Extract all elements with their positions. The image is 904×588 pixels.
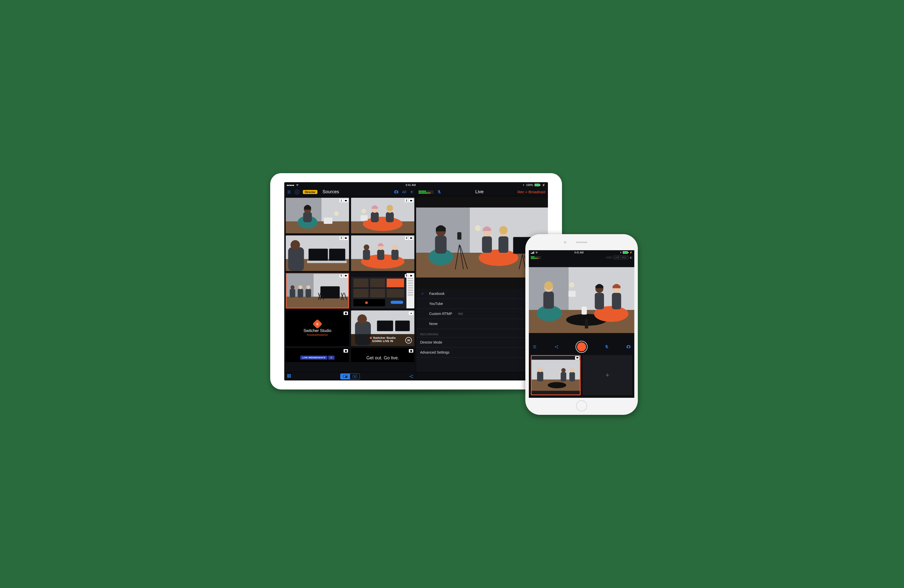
ipad-device-frame: 9:41 AM 100% ⚡ i Director Sources <box>270 173 562 389</box>
audio-meter-icon <box>531 256 541 259</box>
source-tile[interactable]: LIVE WEDNESDAYS ⬢ <box>286 348 349 362</box>
sources-title: Sources <box>322 189 339 194</box>
live-rec-pill: LIVE + REC <box>613 256 628 259</box>
home-button[interactable] <box>576 400 587 411</box>
source-thumbnail <box>351 198 414 233</box>
svg-rect-63 <box>408 294 413 296</box>
play-icon <box>409 311 413 315</box>
share-icon[interactable] <box>409 374 413 379</box>
svg-rect-103 <box>544 292 554 309</box>
sources-bottom-bar <box>284 372 416 380</box>
logo-tag: #madewithswitcher <box>307 334 328 336</box>
grid-view-icon[interactable] <box>287 374 291 379</box>
countdown-brand: Switcher Studio <box>373 336 396 339</box>
mute-icon[interactable] <box>604 345 609 349</box>
svg-rect-60 <box>408 287 413 288</box>
svg-rect-73 <box>289 374 291 376</box>
layout-pip-button[interactable] <box>340 374 350 379</box>
source-tile[interactable]: ⬢ Switcher Studio GOING LIVE IN 30 <box>351 311 414 346</box>
option-label: None <box>429 322 438 326</box>
svg-point-42 <box>307 285 310 289</box>
menu-icon[interactable] <box>287 190 291 194</box>
source-tile[interactable]: 4 <box>351 235 414 271</box>
svg-rect-2 <box>286 222 349 233</box>
iphone-status-bar: 9:41 AM ⚡ <box>529 250 634 255</box>
share-icon[interactable] <box>554 345 559 349</box>
svg-rect-24 <box>307 261 347 263</box>
svg-point-68 <box>357 314 367 324</box>
add-source-button[interactable]: + <box>410 189 413 195</box>
camera-icon <box>343 274 348 277</box>
sources-pane: i Director Sources AF + <box>284 188 416 380</box>
logo-icon: S <box>312 319 322 329</box>
svg-point-98 <box>475 225 481 231</box>
battery-icon <box>623 251 629 254</box>
source-tile[interactable]: 6 <box>351 273 414 309</box>
svg-rect-30 <box>377 249 384 260</box>
row-label: Director Mode <box>420 340 442 344</box>
tray-tile[interactable] <box>531 355 580 395</box>
source-number: 2 <box>405 199 408 202</box>
svg-rect-20 <box>288 247 304 271</box>
svg-rect-75 <box>289 376 291 378</box>
svg-rect-107 <box>585 319 588 328</box>
source-tile[interactable]: 5 <box>286 273 349 309</box>
battery-icon <box>535 184 541 186</box>
flip-camera-icon[interactable] <box>394 190 398 194</box>
mute-icon[interactable] <box>437 190 441 194</box>
svg-rect-61 <box>408 290 413 291</box>
svg-rect-88 <box>435 235 446 254</box>
svg-rect-52 <box>387 289 404 298</box>
add-tray-button[interactable]: + <box>583 355 632 395</box>
svg-point-114 <box>569 282 574 288</box>
svg-rect-115 <box>569 291 576 297</box>
image-icon <box>343 349 348 353</box>
svg-rect-28 <box>363 249 370 260</box>
image-icon <box>343 311 348 315</box>
svg-rect-22 <box>309 249 328 260</box>
carrier-dots-icon <box>287 183 294 186</box>
moon-icon[interactable]: ◐ <box>630 256 632 259</box>
svg-rect-70 <box>395 321 409 331</box>
source-tile[interactable]: 2 <box>351 198 414 233</box>
svg-rect-48 <box>370 279 385 287</box>
svg-rect-74 <box>287 376 289 378</box>
svg-point-10 <box>363 217 403 231</box>
svg-point-15 <box>387 205 393 211</box>
logo-text: Switcher Studio <box>303 328 331 333</box>
svg-rect-6 <box>324 218 332 224</box>
svg-rect-90 <box>457 232 461 240</box>
sources-toolbar: i Director Sources AF + <box>284 188 416 196</box>
source-tile[interactable]: 1 <box>286 198 349 233</box>
iphone-tray: + <box>529 354 634 398</box>
svg-rect-11 <box>371 212 379 222</box>
svg-point-123 <box>537 367 543 372</box>
charging-icon: ⚡ <box>542 183 545 187</box>
autofocus-button[interactable]: AF <box>402 190 406 194</box>
bluetooth-icon <box>620 251 622 254</box>
svg-point-82 <box>412 377 413 378</box>
rec-broadcast-button[interactable]: Rec + Broadcast <box>518 190 545 194</box>
camera-icon <box>409 199 413 202</box>
source-tile[interactable]: S Switcher Studio #madewithswitcher <box>286 311 349 346</box>
svg-rect-108 <box>582 307 587 315</box>
menu-icon[interactable] <box>533 345 537 349</box>
svg-rect-127 <box>569 372 575 381</box>
option-sub: #st <box>458 312 463 316</box>
ipad-screen: 9:41 AM 100% ⚡ i Director Sources <box>284 182 548 380</box>
source-tile[interactable]: 3 <box>286 235 349 271</box>
record-button[interactable] <box>576 341 587 352</box>
info-icon[interactable]: i <box>295 190 299 194</box>
bluetooth-icon <box>523 183 525 186</box>
svg-point-118 <box>557 347 558 348</box>
svg-rect-17 <box>360 215 368 221</box>
layout-single-button[interactable] <box>350 374 360 379</box>
source-number: 5 <box>340 274 343 277</box>
director-pill[interactable]: Director <box>303 190 318 194</box>
flip-camera-icon[interactable] <box>626 345 631 349</box>
svg-rect-62 <box>408 292 413 293</box>
source-tile[interactable]: Get out. Go live. <box>351 348 414 362</box>
source-number: 1 <box>340 199 343 202</box>
svg-rect-39 <box>297 289 303 298</box>
wifi-icon <box>535 251 538 254</box>
